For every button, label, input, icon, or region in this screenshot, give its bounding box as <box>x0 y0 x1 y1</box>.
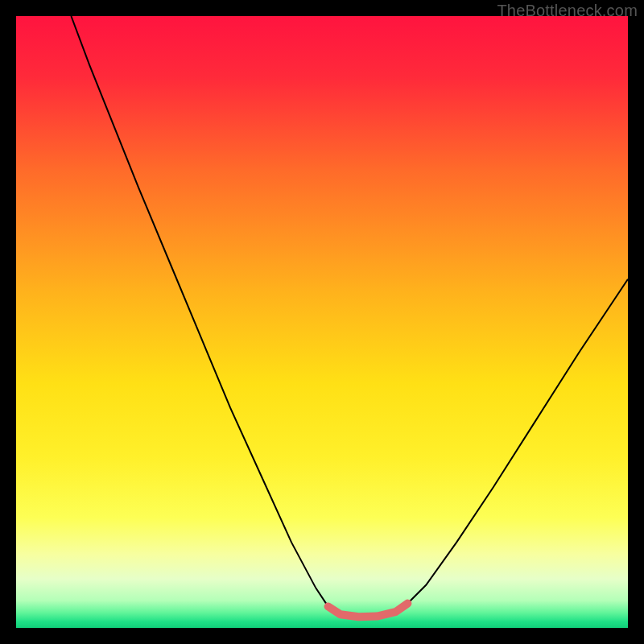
plot-area <box>16 16 628 628</box>
series-bottleneck-curve <box>71 16 628 617</box>
curve-layer <box>16 16 628 628</box>
series-optimal-band <box>328 604 408 617</box>
watermark-text: TheBottleneck.com <box>497 2 638 20</box>
chart-stage: TheBottleneck.com <box>0 0 644 644</box>
